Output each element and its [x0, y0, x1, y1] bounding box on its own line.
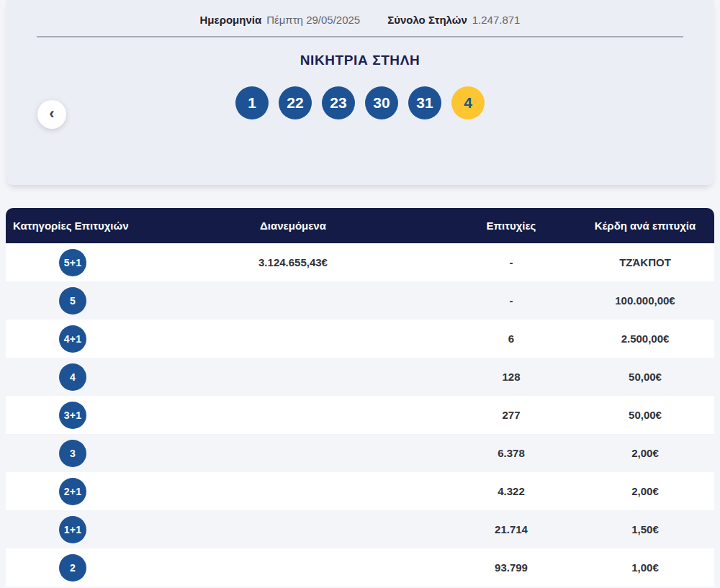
- category-badge: 2: [59, 554, 86, 582]
- header-distributed: Διανεμόμενα: [140, 220, 446, 232]
- table-row: 3 6.378 2,00€: [6, 434, 714, 472]
- prize-value: 100.000,00€: [576, 294, 714, 307]
- category-cell: 2+1: [6, 478, 140, 505]
- wins-value: 6.378: [446, 447, 576, 459]
- wins-value: -: [446, 294, 576, 307]
- category-cell: 3: [6, 440, 140, 467]
- prize-value: 2,00€: [576, 485, 714, 497]
- divider: [37, 36, 683, 37]
- table-header: Κατηγορίες Επιτυχιών Διανεμόμενα Επιτυχί…: [6, 208, 714, 243]
- category-cell: 5+1: [6, 249, 140, 276]
- table-row: 5+1 3.124.655,43€ - ΤΖΆΚΠΟΤ: [6, 243, 714, 281]
- category-badge: 4: [59, 363, 86, 391]
- winning-number-ball: 22: [279, 86, 312, 119]
- wins-value: 6: [446, 333, 576, 345]
- table-row: 4 128 50,00€: [6, 358, 714, 396]
- total-columns-label: Σύνολο Στηλών: [387, 14, 467, 26]
- chevron-left-icon: ‹: [49, 106, 54, 122]
- winning-number-ball: 23: [322, 86, 355, 119]
- wins-value: 4.322: [446, 485, 576, 497]
- header-prize: Κέρδη ανά επιτυχία: [576, 220, 714, 232]
- prize-value: 2.500,00€: [576, 333, 714, 345]
- winning-number-ball: 31: [408, 86, 441, 119]
- table-row: 4+1 6 2.500,00€: [6, 320, 714, 358]
- draw-meta: Ημερομηνία Πέμπτη 29/05/2025 Σύνολο Στηλ…: [6, 0, 714, 26]
- table-row: 2 93.799 1,00€: [6, 548, 714, 587]
- winning-number-ball: 30: [365, 86, 398, 119]
- date-value: Πέμπτη 29/05/2025: [266, 14, 360, 26]
- table-body: 5+1 3.124.655,43€ - ΤΖΆΚΠΟΤ 5 - 100.000,…: [6, 243, 714, 587]
- table-row: 1+1 21.714 1,50€: [6, 510, 714, 548]
- table-row: 3+1 277 50,00€: [6, 396, 714, 434]
- draw-summary-card: Ημερομηνία Πέμπτη 29/05/2025 Σύνολο Στηλ…: [6, 0, 714, 185]
- date-label: Ημερομηνία: [200, 14, 262, 26]
- category-badge: 2+1: [59, 478, 86, 505]
- wins-value: 277: [446, 409, 576, 421]
- category-badge: 3: [59, 440, 86, 467]
- winning-numbers: 1 22 23 30 31 4: [6, 86, 714, 119]
- wins-value: 93.799: [446, 561, 576, 574]
- prize-value: ΤΖΆΚΠΟΤ: [576, 256, 714, 268]
- results-table: Κατηγορίες Επιτυχιών Διανεμόμενα Επιτυχί…: [6, 208, 714, 587]
- total-columns-value: 1.247.871: [472, 14, 521, 26]
- prize-value: 50,00€: [576, 409, 714, 421]
- prize-value: 50,00€: [576, 371, 714, 383]
- header-categories: Κατηγορίες Επιτυχιών: [6, 220, 140, 232]
- category-cell: 2: [6, 554, 140, 582]
- total-columns: Σύνολο Στηλών 1.247.871: [387, 14, 520, 26]
- prize-value: 1,00€: [576, 561, 714, 574]
- draw-date: Ημερομηνία Πέμπτη 29/05/2025: [200, 14, 361, 26]
- category-cell: 4: [6, 363, 140, 391]
- bonus-number-ball: 4: [451, 86, 485, 119]
- distributed-value: 3.124.655,43€: [140, 256, 446, 268]
- category-cell: 1+1: [6, 516, 140, 543]
- prize-value: 2,00€: [576, 447, 714, 459]
- winning-number-ball: 1: [235, 86, 269, 119]
- wins-value: 21.714: [446, 523, 576, 535]
- category-badge: 1+1: [59, 516, 86, 543]
- prev-draw-button[interactable]: ‹: [37, 100, 66, 129]
- wins-value: 128: [446, 371, 576, 383]
- table-row: 5 - 100.000,00€: [6, 281, 714, 320]
- wins-value: -: [446, 256, 576, 268]
- category-cell: 5: [6, 287, 140, 315]
- header-wins: Επιτυχίες: [446, 220, 576, 232]
- table-row: 2+1 4.322 2,00€: [6, 472, 714, 510]
- category-badge: 3+1: [59, 402, 86, 429]
- category-badge: 5+1: [59, 249, 86, 276]
- prize-value: 1,50€: [576, 523, 714, 535]
- winning-column-title: ΝΙΚΗΤΡΙΑ ΣΤΗΛΗ: [6, 53, 714, 68]
- category-badge: 5: [59, 287, 86, 315]
- category-cell: 4+1: [6, 325, 140, 353]
- category-badge: 4+1: [59, 325, 86, 353]
- category-cell: 3+1: [6, 402, 140, 429]
